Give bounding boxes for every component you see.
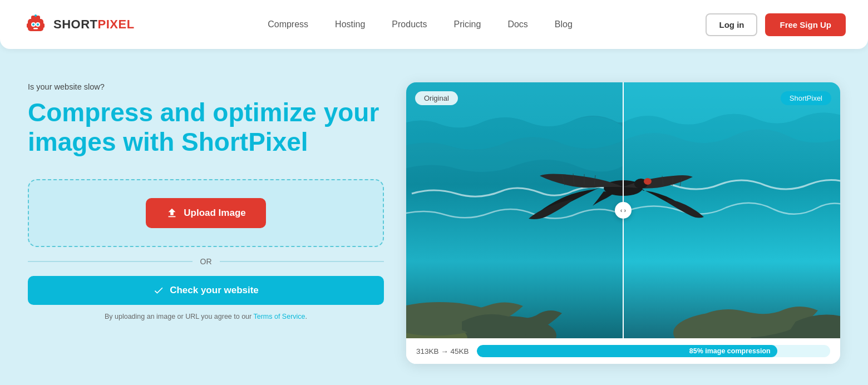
logo-icon: [22, 11, 49, 38]
check-icon: [153, 285, 164, 296]
nav-item-blog[interactable]: Blog: [555, 19, 573, 29]
svg-rect-7: [27, 23, 29, 28]
nav-item-hosting[interactable]: Hosting: [335, 19, 365, 29]
nav-item-products[interactable]: Products: [392, 19, 427, 29]
svg-point-21: [644, 178, 652, 185]
file-size-text: 313KB → 45KB: [416, 347, 469, 356]
nav-links: Compress Hosting Products Pricing Docs B…: [268, 19, 573, 29]
progress-track: 85% image compression: [477, 345, 830, 357]
upload-icon: [166, 207, 178, 219]
compression-bar: 313KB → 45KB 85% image compression: [406, 338, 840, 364]
or-line-left: [28, 261, 193, 262]
svg-point-5: [37, 23, 39, 26]
logo-text-short: SHORT: [53, 17, 98, 31]
hero-title: Compress and optimize your images with S…: [28, 98, 384, 157]
or-divider: OR: [28, 257, 384, 266]
upload-box[interactable]: Upload Image: [28, 179, 384, 247]
divider-handle[interactable]: ‹ ›: [615, 202, 632, 219]
navbar: SHORTPIXEL Compress Hosting Products Pri…: [0, 0, 868, 49]
svg-rect-6: [33, 28, 38, 29]
upload-button[interactable]: Upload Image: [146, 198, 265, 228]
svg-rect-8: [42, 23, 45, 28]
compression-label: 85% image compression: [689, 347, 771, 355]
svg-point-4: [32, 23, 34, 26]
main-content: Is your website slow? Compress and optim…: [0, 49, 868, 381]
image-comparison: Original ShortPixel ‹ ›: [406, 82, 840, 338]
comparison-divider: ‹ ›: [623, 82, 624, 338]
progress-fill: 85% image compression: [477, 345, 777, 357]
left-panel: Is your website slow? Compress and optim…: [28, 77, 384, 320]
or-text: OR: [200, 257, 212, 266]
check-website-button[interactable]: Check your website: [28, 276, 384, 305]
nav-actions: Log in Free Sign Up: [706, 13, 846, 36]
right-panel: Original ShortPixel ‹ › 313KB → 45KB 85%…: [406, 82, 840, 364]
nav-item-pricing[interactable]: Pricing: [453, 19, 481, 29]
login-button[interactable]: Log in: [706, 13, 757, 36]
logo[interactable]: SHORTPIXEL: [22, 11, 135, 38]
nav-item-compress[interactable]: Compress: [268, 19, 308, 29]
shortpixel-label: ShortPixel: [781, 91, 831, 105]
nav-item-docs[interactable]: Docs: [507, 19, 527, 29]
or-line-right: [220, 261, 384, 262]
terms-text: By uploading an image or URL you agree t…: [28, 313, 384, 320]
signup-button[interactable]: Free Sign Up: [765, 13, 846, 36]
original-label: Original: [415, 91, 458, 105]
svg-rect-9: [34, 14, 37, 17]
logo-text-pixel: PIXEL: [98, 17, 135, 31]
tagline: Is your website slow?: [28, 82, 384, 91]
terms-link[interactable]: Terms of Service: [253, 313, 305, 320]
